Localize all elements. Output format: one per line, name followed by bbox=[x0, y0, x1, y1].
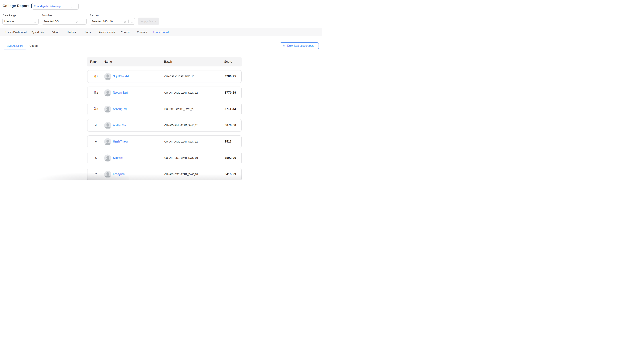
svg-text:3: 3 bbox=[95, 109, 96, 110]
svg-text:2: 2 bbox=[95, 92, 96, 94]
svg-text:1: 1 bbox=[95, 76, 96, 77]
